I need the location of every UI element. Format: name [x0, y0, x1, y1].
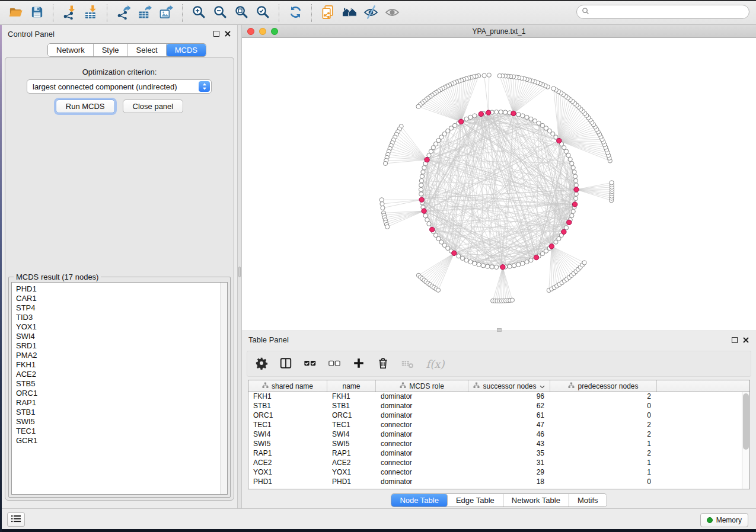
dominator-node[interactable] [486, 110, 490, 115]
search-input[interactable] [592, 8, 744, 16]
column-header-predecessor-nodes[interactable]: predecessor nodes [550, 380, 657, 392]
add-button[interactable] [350, 355, 367, 372]
table-row[interactable]: ORC1ORC1dominator610 [248, 411, 749, 421]
dominator-node[interactable] [549, 244, 554, 249]
table-panel-resize-handle[interactable] [497, 328, 502, 332]
tab-edge-table[interactable]: Edge Table [448, 494, 503, 507]
mcds-result-item[interactable]: PMA2 [12, 351, 227, 360]
cell-successor-nodes[interactable]: 43 [468, 440, 550, 449]
column-header-successor-nodes[interactable]: successor nodes [468, 380, 550, 392]
cell-successor-nodes[interactable]: 29 [468, 468, 550, 477]
cell-MCDS-role[interactable]: connector [376, 468, 468, 477]
column-header-name[interactable]: name [327, 380, 376, 392]
cell-successor-nodes[interactable]: 61 [468, 411, 550, 421]
table-row[interactable]: PHD1PHD1dominator180 [248, 477, 749, 487]
dominator-node[interactable] [574, 187, 579, 192]
save-button[interactable] [26, 4, 47, 23]
import-network-button[interactable] [59, 4, 80, 23]
run-mcds-button[interactable]: Run MCDS [56, 100, 115, 113]
close-panel-icon[interactable] [224, 30, 231, 37]
cell-successor-nodes[interactable]: 62 [468, 402, 550, 411]
cell-successor-nodes[interactable]: 35 [468, 449, 550, 459]
cell-predecessor-nodes[interactable]: 2 [550, 449, 657, 459]
network-graph[interactable] [242, 38, 756, 331]
network-canvas[interactable] [242, 38, 756, 331]
cell-name[interactable]: STB1 [327, 402, 376, 411]
mcds-result-item[interactable]: YOX1 [12, 322, 227, 332]
tab-mcds[interactable]: MCDS [167, 44, 206, 56]
dominator-node[interactable] [419, 197, 424, 202]
table-row[interactable]: STB1STB1dominator620 [248, 402, 749, 411]
cell-shared-name[interactable]: FKH1 [248, 392, 327, 402]
cell-predecessor-nodes[interactable]: 0 [550, 477, 657, 487]
cell-successor-nodes[interactable]: 31 [468, 459, 550, 468]
cell-predecessor-nodes[interactable]: 2 [550, 392, 657, 402]
table-row[interactable]: FKH1FKH1dominator962 [248, 392, 749, 402]
cell-shared-name[interactable]: SWI5 [248, 440, 327, 449]
tab-network[interactable]: Network [48, 44, 94, 56]
table-row[interactable]: RAP1RAP1dominator352 [248, 449, 749, 459]
dominator-node[interactable] [557, 138, 562, 143]
mcds-result-item[interactable]: GCR1 [12, 436, 227, 446]
dominator-node[interactable] [572, 202, 577, 207]
mcds-result-item[interactable]: TEC1 [12, 427, 227, 436]
cell-MCDS-role[interactable]: dominator [376, 449, 468, 459]
table-row[interactable]: ACE2ACE2connector311 [248, 459, 749, 468]
cell-predecessor-nodes[interactable]: 2 [550, 421, 657, 430]
zoom-fit-button[interactable] [231, 4, 252, 23]
tab-network-table[interactable]: Network Table [503, 494, 569, 507]
zoom-in-button[interactable] [188, 4, 209, 23]
mcds-result-item[interactable]: STP4 [12, 303, 227, 313]
dominator-node[interactable] [562, 229, 566, 234]
cell-MCDS-role[interactable]: connector [376, 459, 468, 468]
mcds-result-item[interactable]: CAR1 [12, 294, 227, 303]
cell-predecessor-nodes[interactable]: 0 [550, 411, 657, 421]
zoom-out-button[interactable] [209, 4, 231, 23]
memory-button[interactable]: Memory [700, 513, 748, 527]
export-network-button[interactable] [113, 4, 134, 23]
cell-predecessor-nodes[interactable]: 2 [550, 430, 657, 440]
dominator-node[interactable] [479, 111, 483, 116]
cell-shared-name[interactable]: RAP1 [248, 449, 327, 459]
cell-name[interactable]: YOX1 [327, 468, 376, 477]
gear-button[interactable] [253, 355, 270, 372]
cell-MCDS-role[interactable]: dominator [376, 411, 468, 421]
table-scrollbar[interactable] [742, 392, 749, 489]
table-row[interactable]: TEC1TEC1connector472 [248, 421, 749, 430]
mcds-result-item[interactable]: SRD1 [12, 341, 227, 351]
network-window-titlebar[interactable]: YPA_prune.txt_1 [242, 25, 756, 38]
import-table-button[interactable] [80, 4, 101, 23]
cell-name[interactable]: ORC1 [327, 411, 376, 421]
mcds-list-scrollbar[interactable] [220, 283, 227, 494]
export-image-button[interactable] [155, 4, 177, 23]
tab-style[interactable]: Style [94, 44, 128, 56]
close-panel-button[interactable]: Close panel [123, 100, 184, 113]
cell-name[interactable]: RAP1 [327, 449, 376, 459]
home-button[interactable] [339, 4, 360, 23]
criterion-dropdown[interactable]: largest connected component (undirected) [27, 79, 212, 94]
mcds-result-item[interactable]: SWI4 [12, 332, 227, 341]
table-row[interactable]: SWI5SWI5connector431 [248, 440, 749, 449]
float-table-panel-icon[interactable] [732, 337, 738, 343]
cell-MCDS-role[interactable]: dominator [376, 392, 468, 402]
cell-successor-nodes[interactable]: 46 [468, 430, 550, 440]
cell-MCDS-role[interactable]: dominator [376, 477, 468, 487]
cell-predecessor-nodes[interactable]: 1 [550, 440, 657, 449]
node-table[interactable]: shared namenameMCDS rolesuccessor nodesp… [248, 380, 750, 489]
checked-pair-button[interactable] [302, 355, 318, 372]
refresh-button[interactable] [285, 4, 306, 23]
cell-name[interactable]: FKH1 [327, 392, 376, 402]
cell-successor-nodes[interactable]: 18 [468, 477, 550, 487]
cell-shared-name[interactable]: YOX1 [248, 468, 327, 477]
tab-select[interactable]: Select [128, 44, 167, 56]
mcds-result-item[interactable]: SWI5 [12, 417, 227, 427]
unchecked-pair-button[interactable] [326, 355, 343, 372]
show-graphics-button[interactable] [381, 4, 403, 23]
dominator-node[interactable] [511, 111, 516, 116]
cell-name[interactable]: ACE2 [327, 459, 376, 468]
dominator-node[interactable] [534, 255, 538, 259]
hide-graphics-button[interactable] [360, 4, 381, 23]
mcds-result-item[interactable]: ACE2 [12, 370, 227, 379]
mcds-result-item[interactable]: PHD1 [12, 284, 227, 294]
cell-name[interactable]: SWI4 [327, 430, 376, 440]
